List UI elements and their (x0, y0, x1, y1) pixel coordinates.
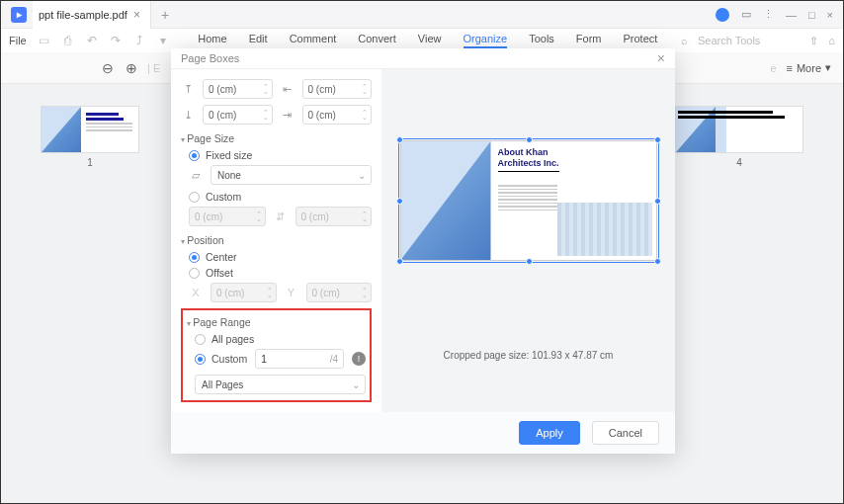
redo-icon[interactable]: ↷ (107, 34, 125, 47)
share-icon[interactable]: ⤴ (130, 34, 148, 47)
custom-range-input[interactable]: 1/4 (255, 349, 344, 369)
position-section: Position (181, 234, 372, 246)
tab-home[interactable]: Home (198, 33, 226, 48)
user-avatar-icon[interactable] (716, 8, 729, 22)
more-button[interactable]: ≡ More ▾ (787, 61, 831, 74)
margin-left-icon: ⇤ (281, 83, 295, 96)
thumb-caption-4: 4 (675, 157, 803, 168)
new-tab-button[interactable]: + (151, 7, 179, 23)
margin-bottom-input[interactable]: 0 (cm) (203, 105, 273, 125)
margin-right-icon: ⇥ (281, 109, 295, 122)
close-tab-icon[interactable]: × (133, 8, 140, 22)
page-size-select[interactable]: None (211, 165, 372, 185)
offset-y-input: 0 (cm) (306, 283, 373, 302)
radio-custom-size-label: Custom (206, 191, 241, 203)
y-icon: Y (285, 287, 298, 298)
page-size-section: Page Size (181, 132, 372, 144)
tab-protect[interactable]: Protect (624, 33, 658, 48)
radio-offset-label: Offset (206, 267, 233, 279)
file-menu[interactable]: File (9, 35, 27, 46)
dropdown-icon[interactable]: ▾ (154, 34, 172, 47)
tab-view[interactable]: View (418, 33, 442, 48)
page-thumb-4[interactable]: 4 (675, 106, 803, 168)
zoom-out-icon[interactable]: ⊖ (102, 60, 114, 76)
tab-edit[interactable]: Edit (249, 33, 268, 48)
page-range-section: Page Range (187, 316, 366, 328)
radio-offset[interactable]: Offset (189, 267, 372, 279)
radio-custom-range[interactable]: Custom (195, 353, 247, 365)
cropped-size-label: Cropped page size: 101.93 x 47.87 cm (444, 350, 614, 361)
apply-button[interactable]: Apply (519, 421, 580, 445)
x-icon: X (189, 287, 203, 298)
settings-panel: ⤒ 0 (cm) ⇤ 0 (cm) ⤓ 0 (cm) ⇥ 0 (cm) Page… (171, 69, 381, 412)
menu-dots-icon[interactable]: ⋮ (763, 8, 774, 21)
home-icon[interactable]: ⌂ (828, 35, 835, 46)
page-boxes-dialog: Page Boxes × ⤒ 0 (cm) ⇤ 0 (cm) ⤓ 0 (cm) … (171, 48, 675, 454)
radio-fixed-label: Fixed size (206, 149, 252, 161)
chat-icon[interactable]: ▭ (741, 8, 751, 21)
subset-select[interactable]: All Pages (195, 375, 366, 394)
radio-custom-range-label: Custom (211, 353, 247, 365)
radio-center[interactable]: Center (189, 251, 372, 263)
zoom-in-icon[interactable]: ⊕ (126, 60, 137, 76)
radio-fixed-size[interactable]: Fixed size (189, 149, 372, 161)
dialog-title: Page Boxes (181, 52, 239, 64)
preview-page[interactable]: About KhanArchitects Inc. (400, 140, 657, 261)
radio-center-label: Center (206, 251, 237, 263)
tab-convert[interactable]: Convert (358, 33, 396, 48)
window-controls: ▭ ⋮ — □ × (716, 8, 843, 22)
dialog-header: Page Boxes × (171, 48, 675, 69)
ribbon-tabs: Home Edit Comment Convert View Organize … (175, 33, 681, 48)
radio-all-pages[interactable]: All pages (195, 333, 366, 345)
minimize-icon[interactable]: — (786, 9, 797, 21)
tab-tools[interactable]: Tools (529, 33, 554, 48)
margin-left-input[interactable]: 0 (cm) (302, 79, 373, 99)
app-icon: ▸ (11, 7, 27, 23)
tab-title: ppt file-sample.pdf (39, 9, 127, 21)
tab-comment[interactable]: Comment (290, 33, 337, 48)
orientation-icon[interactable]: ▱ (189, 169, 203, 182)
custom-height-input: 0 (cm) (295, 207, 373, 226)
print-icon[interactable]: ⎙ (59, 34, 77, 47)
page-range-highlight: Page Range All pages Custom 1/4 ! All Pa… (181, 308, 372, 402)
radio-custom-size[interactable]: Custom (189, 191, 372, 203)
upload-icon[interactable]: ⇧ (809, 35, 818, 47)
page-thumb-1[interactable]: 1 (41, 106, 139, 168)
dialog-footer: Apply Cancel (171, 412, 675, 454)
document-tab[interactable]: ppt file-sample.pdf × (33, 1, 151, 29)
preview-pane: About KhanArchitects Inc. Cropped page s… (381, 69, 675, 412)
warning-badge-icon: ! (352, 352, 366, 366)
offset-x-input: 0 (cm) (211, 283, 277, 302)
search-tools[interactable]: Search Tools (698, 35, 760, 46)
titlebar: ▸ ppt file-sample.pdf × + ▭ ⋮ — □ × (1, 1, 843, 29)
tab-form[interactable]: Form (576, 33, 602, 48)
radio-all-label: All pages (211, 333, 254, 345)
save-icon[interactable]: ▭ (36, 34, 53, 47)
search-icon[interactable]: ⌕ (681, 35, 688, 46)
close-window-icon[interactable]: × (827, 9, 833, 21)
tab-organize[interactable]: Organize (464, 33, 508, 48)
thumb-caption-1: 1 (41, 157, 139, 168)
margin-top-input[interactable]: 0 (cm) (203, 79, 273, 99)
dialog-close-icon[interactable]: × (657, 50, 665, 66)
cancel-button[interactable]: Cancel (592, 421, 659, 445)
margin-bottom-icon: ⤓ (181, 109, 195, 122)
maximize-icon[interactable]: □ (808, 9, 815, 21)
more-label: More (797, 62, 821, 74)
margin-top-icon: ⤒ (181, 83, 195, 96)
undo-icon[interactable]: ↶ (83, 34, 101, 47)
custom-width-input: 0 (cm) (189, 207, 266, 226)
margin-right-input[interactable]: 0 (cm) (302, 105, 373, 125)
link-icon: ⇵ (274, 210, 288, 223)
